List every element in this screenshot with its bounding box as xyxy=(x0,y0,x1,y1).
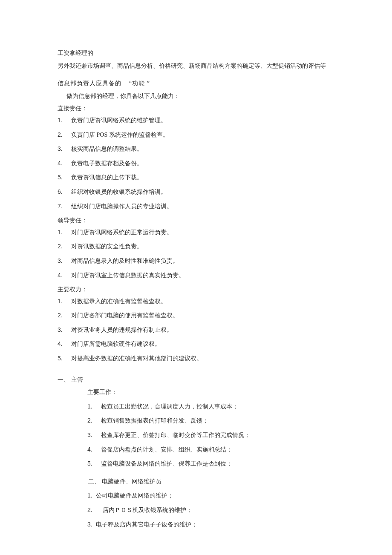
list-item: 1.检查员工出勤状况，合理调度人力，控制人事成本； xyxy=(87,403,337,411)
item-text: 店内ＰＯＳ机及收银系统的维护； xyxy=(101,507,192,513)
item-number: 3. xyxy=(87,431,101,440)
item-text: 检查库存更正、价签打印、临时变价等工作的完成情况； xyxy=(101,432,250,438)
quote-close: ” xyxy=(147,80,150,86)
item-number: 3. xyxy=(58,326,71,334)
list-item: 3.对商品信息录入的及时性和准确性负责。 xyxy=(58,257,337,265)
main-power-label: 主要权力： xyxy=(58,285,337,294)
section-intro: 做为信息部的经理，你具备以下几点能力： xyxy=(58,92,337,101)
list-item: 1.公司电脑硬件及网络的维护； xyxy=(87,492,337,500)
item-number: 4. xyxy=(58,159,71,168)
list-item: 4.对门店所需电脑软硬件有建议权。 xyxy=(58,340,337,348)
list-item: 2.负责门店 POS 系统运作的监督检查。 xyxy=(58,131,337,139)
item-number: 4. xyxy=(58,340,71,348)
list-item: 2.对门店各部门电脑的使用有监督检查权。 xyxy=(58,311,337,320)
item-text: 检查员工出勤状况，合理调度人力，控制人事成本； xyxy=(101,403,238,410)
list-item: 1.负责门店资讯网络系统的维护管理。 xyxy=(58,116,337,125)
item-number: 7. xyxy=(58,202,71,211)
leadership-responsibility-list: 1.对门店资讯网络系统的正常运行负责。 2.对资讯数据的安全性负责。 3.对商品… xyxy=(58,228,337,279)
main-work-label: 主要工作： xyxy=(87,388,337,397)
item-number: 2. xyxy=(58,311,71,320)
list-item: 7.组织对门店电脑操作人员的专业培训。 xyxy=(58,202,337,211)
item-text: 负责资讯信息的上传下载。 xyxy=(71,174,143,181)
item-number: 1. xyxy=(87,403,101,411)
item-number: 5. xyxy=(58,354,71,363)
item-text: 负责门店资讯网络系统的维护管理。 xyxy=(71,117,167,124)
list-item: 2. 店内ＰＯＳ机及收银系统的维护； xyxy=(87,506,337,515)
leadership-responsibility-label: 领导责任： xyxy=(58,216,337,225)
list-item: 1.对数据录入的准确性有监督检查权。 xyxy=(58,297,337,306)
section-heading-functions: 信息部负责人应具备的 “功能 ” xyxy=(58,79,337,88)
list-item: 3.电子秤及店内其它电子子设备的维护； xyxy=(87,520,337,529)
list-item: 3.对资讯业务人员的违规操作有制止权。 xyxy=(58,326,337,334)
list-item: 1.对门店资讯网络系统的正常运行负责。 xyxy=(58,228,337,237)
direct-responsibility-list: 1.负责门店资讯网络系统的维护管理。 2.负责门店 POS 系统运作的监督检查。… xyxy=(58,116,337,210)
item-number: 5. xyxy=(87,460,101,468)
item-number: 1. xyxy=(87,492,96,500)
item-number: 1. xyxy=(58,116,71,125)
item-text: 核实商品信息的调整结果。 xyxy=(71,146,143,152)
list-item: 4.负责电子数据存档及备份。 xyxy=(58,159,337,168)
list-item: 3.检查库存更正、价签打印、临时变价等工作的完成情况； xyxy=(87,431,337,440)
list-item: 5.监督电脑设备及网络的维护、保养工作是否到位； xyxy=(87,460,337,468)
list-item: 2.对资讯数据的安全性负责。 xyxy=(58,242,337,251)
item-number: 2. xyxy=(87,417,101,425)
item-number: 1. xyxy=(58,297,71,306)
item-text: 对门店资讯室上传信息数据的真实性负责。 xyxy=(71,272,184,279)
list-item: 4.对门店资讯室上传信息数据的真实性负责。 xyxy=(58,271,337,280)
item-text: 督促店内盘点的计划、安排、组织、实施和总结； xyxy=(101,446,232,453)
item-text: 组织对门店电脑操作人员的专业培训。 xyxy=(71,203,173,210)
item-text: 对资讯业务人员的违规操作有制止权。 xyxy=(71,327,173,333)
list-item: 6.组织对收银员的收银系统操作培训。 xyxy=(58,188,337,196)
item-text: 监督电脑设备及网络的维护、保养工作是否到位； xyxy=(101,460,232,467)
item-text: 对数据录入的准确性有监督检查权。 xyxy=(71,298,167,305)
direct-responsibility-label: 直接责任： xyxy=(58,104,337,113)
item-text: 负责门店 POS 系统运作的监督检查。 xyxy=(71,132,169,138)
heading-word: 功能 xyxy=(132,80,145,86)
item-number: 2. xyxy=(58,131,71,139)
item-number: 2. xyxy=(87,506,101,515)
item-text: 组织对收银员的收银系统操作培训。 xyxy=(71,189,167,195)
list-item: 2.检查销售数据报表的打印和分发、反馈； xyxy=(87,417,337,425)
item-number: 6. xyxy=(58,188,71,196)
heading-prefix: 信息部负责人应具备的 xyxy=(58,80,121,86)
list-item: 4.督促店内盘点的计划、安排、组织、实施和总结； xyxy=(87,446,337,454)
item-number: 3. xyxy=(58,145,71,153)
list-item: 3.核实商品信息的调整结果。 xyxy=(58,145,337,153)
item-text: 公司电脑硬件及网络的维护； xyxy=(96,492,173,499)
main-power-list: 1.对数据录入的准确性有监督检查权。 2.对门店各部门电脑的使用有监督检查权。 … xyxy=(58,297,337,363)
document-page: 工资拿经理的 另外我还兼市场调查、商品信息分析、价格研究、新场商品结构方案的确定… xyxy=(0,0,392,555)
intro-line-1: 工资拿经理的 xyxy=(58,49,337,58)
hardware-block: 1.公司电脑硬件及网络的维护； 2. 店内ＰＯＳ机及收银系统的维护； 3.电子秤… xyxy=(87,492,337,529)
item-number: 4. xyxy=(87,446,101,454)
item-text: 对门店各部门电脑的使用有监督检查权。 xyxy=(71,312,179,319)
roman-heading-hardware: 二、 电脑硬件、网络维护员 xyxy=(88,477,337,486)
item-text: 负责电子数据存档及备份。 xyxy=(71,160,143,167)
item-number: 3. xyxy=(58,257,71,265)
item-number: 5. xyxy=(58,173,71,182)
list-item: 5.负责资讯信息的上传下载。 xyxy=(58,173,337,182)
item-text: 电子秤及店内其它电子子设备的维护； xyxy=(96,521,197,528)
item-text: 对资讯数据的安全性负责。 xyxy=(71,243,143,250)
item-number: 1. xyxy=(58,228,71,237)
item-number: 4. xyxy=(58,271,71,280)
item-text: 对提高业务数据的准确性有对其他部门的建议权。 xyxy=(71,355,202,362)
supervisor-block: 主要工作： 1.检查员工出勤状况，合理调度人力，控制人事成本； 2.检查销售数据… xyxy=(87,388,337,468)
item-text: 对门店资讯网络系统的正常运行负责。 xyxy=(71,229,173,236)
roman-heading-supervisor: 一、 主管 xyxy=(58,376,337,384)
item-number: 3. xyxy=(87,520,96,529)
item-text: 对商品信息录入的及时性和准确性负责。 xyxy=(71,258,179,264)
item-text: 对门店所需电脑软硬件有建议权。 xyxy=(71,341,161,347)
intro-line-2: 另外我还兼市场调查、商品信息分析、价格研究、新场商品结构方案的确定等、大型促销活… xyxy=(58,62,337,70)
item-text: 检查销售数据报表的打印和分发、反馈； xyxy=(101,417,208,424)
item-number: 2. xyxy=(58,242,71,251)
list-item: 5.对提高业务数据的准确性有对其他部门的建议权。 xyxy=(58,354,337,363)
